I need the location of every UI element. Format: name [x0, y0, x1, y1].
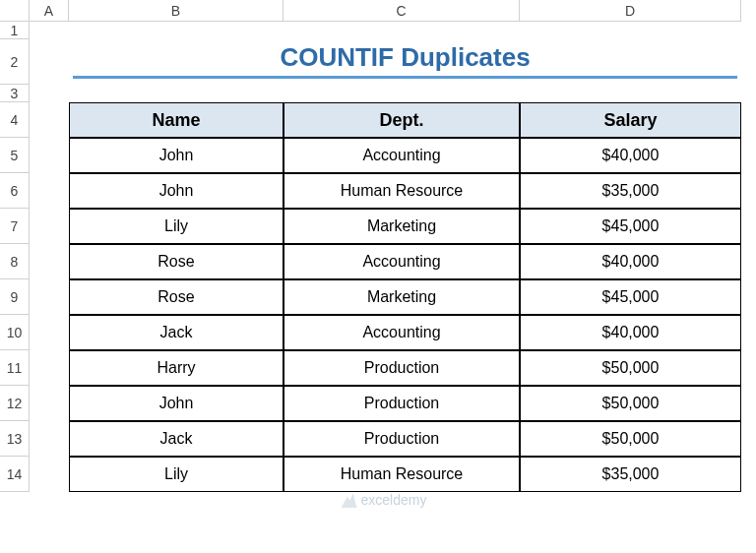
- row-header-6[interactable]: 6: [0, 173, 30, 209]
- table-row[interactable]: Production: [284, 421, 520, 457]
- row-header-1[interactable]: 1: [0, 22, 30, 39]
- row-header-11[interactable]: 11: [0, 350, 30, 386]
- table-row[interactable]: $50,000: [520, 350, 741, 386]
- table-header-dept[interactable]: Dept.: [284, 102, 520, 138]
- table-row[interactable]: Marketing: [284, 209, 520, 244]
- row-header-14[interactable]: 14: [0, 457, 30, 492]
- table-row[interactable]: Marketing: [284, 279, 520, 315]
- col-header-d[interactable]: D: [520, 0, 741, 22]
- table-row[interactable]: Accounting: [284, 244, 520, 279]
- cell-a6[interactable]: [30, 173, 69, 209]
- cell-a9[interactable]: [30, 279, 69, 315]
- row-header-2[interactable]: 2: [0, 39, 30, 85]
- table-row[interactable]: $50,000: [520, 386, 741, 421]
- row-header-12[interactable]: 12: [0, 386, 30, 421]
- table-row[interactable]: $45,000: [520, 279, 741, 315]
- row-header-3[interactable]: 3: [0, 85, 30, 102]
- cell-c3[interactable]: [284, 85, 520, 102]
- cell-d1[interactable]: [520, 22, 741, 39]
- watermark-icon: [342, 492, 357, 508]
- cell-a11[interactable]: [30, 350, 69, 386]
- row-header-10[interactable]: 10: [0, 315, 30, 350]
- cell-a1[interactable]: [30, 22, 69, 39]
- table-row[interactable]: Production: [284, 386, 520, 421]
- table-header-salary[interactable]: Salary: [520, 102, 741, 138]
- table-row[interactable]: Accounting: [284, 138, 520, 173]
- table-row[interactable]: $40,000: [520, 315, 741, 350]
- table-row[interactable]: Human Resource: [284, 457, 520, 492]
- table-header-name[interactable]: Name: [69, 102, 284, 138]
- cell-a14[interactable]: [30, 457, 69, 492]
- cell-a13[interactable]: [30, 421, 69, 457]
- table-row[interactable]: John: [69, 173, 284, 209]
- cell-c1[interactable]: [284, 22, 520, 39]
- cell-a12[interactable]: [30, 386, 69, 421]
- row-header-9[interactable]: 9: [0, 279, 30, 315]
- row-header-4[interactable]: 4: [0, 102, 30, 138]
- cell-b3[interactable]: [69, 85, 284, 102]
- watermark-text: exceldemy: [361, 492, 427, 508]
- page-title[interactable]: COUNTIF Duplicates: [73, 39, 737, 79]
- spreadsheet-grid: A B C D 1 2 COUNTIF Duplicates 3 4 Name …: [0, 0, 756, 492]
- col-header-c[interactable]: C: [284, 0, 520, 22]
- table-row[interactable]: Jack: [69, 315, 284, 350]
- table-row[interactable]: $40,000: [520, 138, 741, 173]
- watermark: exceldemy: [295, 492, 472, 508]
- table-row[interactable]: $35,000: [520, 173, 741, 209]
- table-row[interactable]: John: [69, 138, 284, 173]
- table-row[interactable]: John: [69, 386, 284, 421]
- table-row[interactable]: $40,000: [520, 244, 741, 279]
- table-row[interactable]: Human Resource: [284, 173, 520, 209]
- table-row[interactable]: $45,000: [520, 209, 741, 244]
- row-header-13[interactable]: 13: [0, 421, 30, 457]
- row-header-7[interactable]: 7: [0, 209, 30, 244]
- table-row[interactable]: Production: [284, 350, 520, 386]
- table-row[interactable]: $35,000: [520, 457, 741, 492]
- row-header-8[interactable]: 8: [0, 244, 30, 279]
- row-header-5[interactable]: 5: [0, 138, 30, 173]
- cell-a10[interactable]: [30, 315, 69, 350]
- cell-a2[interactable]: [30, 39, 69, 85]
- cell-a4[interactable]: [30, 102, 69, 138]
- table-row[interactable]: Harry: [69, 350, 284, 386]
- col-header-b[interactable]: B: [69, 0, 284, 22]
- table-row[interactable]: Lily: [69, 457, 284, 492]
- cell-a7[interactable]: [30, 209, 69, 244]
- cell-a8[interactable]: [30, 244, 69, 279]
- cell-a3[interactable]: [30, 85, 69, 102]
- table-row[interactable]: Jack: [69, 421, 284, 457]
- table-row[interactable]: Rose: [69, 279, 284, 315]
- table-row[interactable]: Lily: [69, 209, 284, 244]
- col-header-a[interactable]: A: [30, 0, 69, 22]
- table-row[interactable]: $50,000: [520, 421, 741, 457]
- select-all-corner[interactable]: [0, 0, 30, 22]
- cell-d3[interactable]: [520, 85, 741, 102]
- table-row[interactable]: Rose: [69, 244, 284, 279]
- table-row[interactable]: Accounting: [284, 315, 520, 350]
- cell-a5[interactable]: [30, 138, 69, 173]
- cell-b1[interactable]: [69, 22, 284, 39]
